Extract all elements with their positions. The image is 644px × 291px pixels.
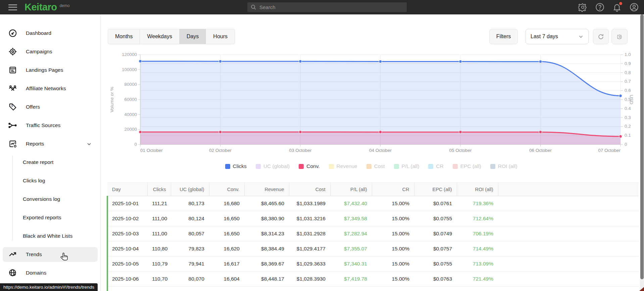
svg-text:0.6: 0.6 bbox=[625, 88, 631, 93]
tab-months[interactable]: Months bbox=[108, 29, 140, 44]
tab-hours[interactable]: Hours bbox=[206, 29, 235, 44]
tab-weekdays[interactable]: Weekdays bbox=[140, 29, 179, 44]
svg-text:0.8: 0.8 bbox=[625, 70, 631, 75]
help-icon[interactable] bbox=[595, 3, 604, 12]
trends-chart[interactable]: 00.10.20.30.40.50.60.70.80.91.001 Octobe… bbox=[108, 50, 635, 160]
column-header[interactable]: CR bbox=[372, 183, 414, 196]
table-cell: $0.0755 bbox=[414, 211, 457, 226]
legend-item[interactable]: P/L (all) bbox=[394, 163, 419, 169]
gear-icon bbox=[617, 34, 622, 39]
column-header[interactable]: ROI (all) bbox=[457, 183, 498, 196]
svg-text:02 October: 02 October bbox=[209, 148, 232, 153]
table-cell: $0.0763 bbox=[414, 272, 457, 287]
svg-text:0: 0 bbox=[134, 142, 137, 147]
legend-item[interactable]: Revenue bbox=[329, 163, 357, 169]
svg-text:1.0: 1.0 bbox=[625, 52, 631, 57]
affiliate-networks-icon bbox=[8, 84, 17, 93]
chart-legend: ClicksUC (global)Conv.RevenueCostP/L (al… bbox=[108, 163, 635, 169]
account-icon[interactable] bbox=[630, 3, 639, 12]
svg-text:0: 0 bbox=[625, 142, 627, 147]
scrollbar-thumb[interactable] bbox=[640, 14, 644, 279]
legend-swatch bbox=[256, 164, 261, 169]
legend-item[interactable]: CR bbox=[428, 163, 443, 169]
svg-text:60000: 60000 bbox=[124, 97, 137, 102]
legend-swatch bbox=[299, 164, 304, 169]
legend-swatch bbox=[329, 164, 334, 169]
column-header[interactable]: Day bbox=[107, 183, 147, 196]
svg-text:06 October: 06 October bbox=[529, 148, 552, 153]
sidebar-item-trends[interactable]: Trends bbox=[3, 247, 98, 262]
table-cell: 639.1% bbox=[457, 287, 498, 291]
table-cell: 714.49% bbox=[457, 241, 498, 256]
table-cell: 110,70 bbox=[147, 272, 171, 287]
date-range-select[interactable]: Last 7 days bbox=[526, 29, 589, 44]
sidebar-item-black-white-lists[interactable]: Black and White Lists bbox=[3, 229, 98, 243]
sidebar-item-domains[interactable]: Domains bbox=[3, 266, 98, 280]
legend-label: ROI (all) bbox=[498, 163, 517, 169]
table-cell: $1,028.3930 bbox=[289, 272, 330, 287]
chart-settings-button[interactable] bbox=[611, 29, 628, 44]
legend-item[interactable]: UC (global) bbox=[256, 163, 290, 169]
table-cell: 2025-10-07 bbox=[107, 287, 147, 291]
sidebar-item-exported-reports[interactable]: Exported reports bbox=[3, 210, 98, 225]
legend-swatch bbox=[453, 164, 458, 169]
column-header[interactable]: Cost bbox=[289, 183, 330, 196]
sidebar-item-traffic-sources[interactable]: Traffic Sources bbox=[3, 118, 98, 133]
table-cell: $1,033.1989 bbox=[289, 196, 330, 211]
sidebar-item-clicks-log[interactable]: Clicks log bbox=[3, 173, 98, 188]
legend-label: EPC (all) bbox=[460, 163, 481, 169]
column-header[interactable]: Conv. bbox=[209, 183, 244, 196]
table-cell: 15.00% bbox=[372, 196, 414, 211]
filters-button[interactable]: Filters bbox=[489, 29, 518, 44]
sidebar-item-affiliate-networks[interactable]: Affiliate Networks bbox=[3, 81, 98, 96]
notifications-icon[interactable] bbox=[612, 3, 622, 12]
domains-icon bbox=[8, 269, 17, 277]
svg-text:0.9: 0.9 bbox=[625, 61, 631, 66]
granularity-tabs: Months Weekdays Days Hours bbox=[108, 29, 235, 44]
legend-item[interactable]: Conv. bbox=[299, 163, 319, 169]
legend-item[interactable]: Clicks bbox=[225, 163, 247, 169]
table-cell: $1,031.2928 bbox=[289, 226, 330, 241]
search-bar[interactable] bbox=[247, 2, 407, 12]
table-row: 2025-10-03111,0080,05716,650$8,314.23$1,… bbox=[107, 226, 639, 241]
sidebar-item-conversions-log[interactable]: Conversions log bbox=[3, 192, 98, 207]
chevron-down-icon bbox=[87, 141, 92, 147]
refresh-icon bbox=[598, 34, 604, 40]
settings-icon[interactable] bbox=[578, 3, 587, 12]
table-cell: $3,369.04 bbox=[244, 287, 289, 291]
table-cell: 80,124 bbox=[171, 211, 209, 226]
table-cell: 111,00 bbox=[147, 226, 171, 241]
legend-item[interactable]: EPC (all) bbox=[453, 163, 481, 169]
table-cell: 2025-10-06 bbox=[107, 272, 147, 287]
column-header[interactable]: Revenue bbox=[244, 183, 289, 196]
column-header[interactable]: Clicks bbox=[147, 183, 171, 196]
search-input[interactable] bbox=[259, 4, 403, 10]
table-cell: $8,465.60 bbox=[244, 196, 289, 211]
sidebar-item-reports[interactable]: Reports bbox=[3, 136, 98, 151]
tab-days[interactable]: Days bbox=[179, 29, 206, 44]
svg-text:0.3: 0.3 bbox=[625, 115, 631, 120]
sidebar-item-create-report[interactable]: Create report bbox=[3, 155, 98, 170]
svg-text:03 October: 03 October bbox=[289, 148, 312, 153]
table-cell: 16,617 bbox=[209, 256, 244, 272]
legend-item[interactable]: ROI (all) bbox=[490, 163, 517, 169]
column-header[interactable]: P/L (all) bbox=[330, 183, 372, 196]
table-cell: 16,620 bbox=[209, 241, 244, 256]
svg-text:01 October: 01 October bbox=[140, 148, 163, 153]
svg-text:120000: 120000 bbox=[122, 52, 137, 57]
menu-toggle-icon[interactable] bbox=[8, 4, 17, 10]
legend-item[interactable]: Cost bbox=[366, 163, 385, 169]
table-cell: 16,650 bbox=[209, 226, 244, 241]
sidebar-item-offers[interactable]: $ Offers bbox=[3, 100, 98, 114]
legend-swatch bbox=[394, 164, 399, 169]
sidebar-item-landings-pages[interactable]: Landings Pages bbox=[3, 63, 98, 77]
sidebar-item-campaigns[interactable]: Campaigns bbox=[3, 44, 98, 59]
refresh-button[interactable] bbox=[593, 29, 609, 44]
trend-chart-svg: 00.10.20.30.40.50.60.70.80.91.001 Octobe… bbox=[108, 50, 635, 160]
column-header[interactable]: UC (global) bbox=[171, 183, 209, 196]
column-header[interactable]: EPC (all) bbox=[414, 183, 457, 196]
page-scrollbar[interactable] bbox=[640, 14, 644, 291]
sidebar-item-dashboard[interactable]: Dashboard bbox=[3, 26, 98, 41]
legend-label: Clicks bbox=[233, 163, 247, 169]
table-cell: 712.64% bbox=[457, 211, 498, 226]
